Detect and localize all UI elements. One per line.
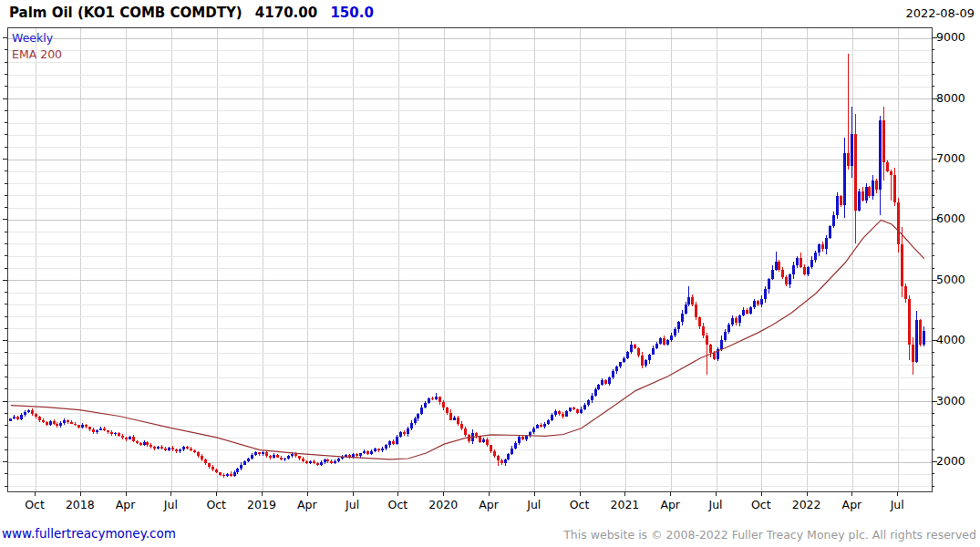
axis-tick — [932, 74, 934, 75]
axis-tick — [5, 74, 7, 75]
site-link[interactable]: www.fullertreacymoney.com — [2, 526, 176, 541]
axis-tick — [932, 98, 937, 99]
axis-tick — [932, 62, 934, 63]
axis-tick — [534, 491, 535, 496]
candlestick-chart[interactable] — [8, 28, 932, 491]
axis-tick — [932, 473, 934, 474]
axis-tick — [932, 352, 934, 353]
axis-tick — [5, 425, 7, 426]
axis-tick — [5, 170, 7, 171]
axis-tick — [932, 280, 937, 281]
axis-tick — [353, 491, 354, 496]
axis-tick — [397, 491, 398, 496]
x-axis-label: 2022 — [784, 498, 830, 511]
axis-tick — [3, 219, 7, 220]
axis-tick — [932, 37, 937, 38]
axis-tick — [932, 449, 934, 450]
axis-tick — [3, 159, 7, 160]
axis-tick — [932, 243, 934, 244]
axis-tick — [443, 491, 444, 496]
y-axis-label: 3000 — [936, 394, 965, 408]
axis-tick — [126, 491, 127, 496]
axis-tick — [5, 207, 7, 208]
x-axis-label: Apr — [284, 498, 330, 511]
axis-tick — [932, 437, 934, 438]
x-axis-label: Oct — [375, 498, 420, 511]
axis-tick — [35, 491, 36, 496]
axis-tick — [3, 280, 7, 281]
x-axis-label: Jul — [874, 498, 920, 511]
axis-tick — [5, 122, 7, 123]
axis-tick — [580, 491, 581, 496]
axis-tick — [932, 328, 934, 329]
x-axis-label: 2020 — [420, 498, 466, 511]
axis-tick — [932, 232, 934, 232]
axis-tick — [932, 377, 934, 377]
x-axis-label: Jul — [330, 498, 376, 511]
axis-tick — [932, 207, 934, 208]
axis-tick — [5, 292, 7, 293]
x-axis-label: Jul — [148, 498, 193, 511]
axis-tick — [5, 49, 7, 50]
title-bar: Palm Oil (KO1 COMB COMDTY) 4170.00 150.0 — [9, 5, 374, 21]
chart-date: 2022-08-09 — [905, 6, 975, 20]
x-axis-label: Apr — [103, 498, 149, 511]
axis-tick — [5, 413, 7, 414]
axis-tick — [80, 491, 81, 496]
axis-tick — [932, 195, 934, 196]
axis-tick — [851, 491, 852, 496]
axis-tick — [670, 491, 671, 496]
axis-tick — [932, 268, 934, 269]
chart-plot-area: Weekly EMA 200 — [7, 27, 933, 492]
axis-tick — [5, 255, 7, 256]
axis-tick — [932, 292, 934, 293]
axis-tick — [932, 461, 937, 462]
axis-tick — [3, 340, 7, 341]
axis-tick — [5, 110, 7, 111]
axis-tick — [932, 134, 934, 135]
x-axis-label: 2019 — [239, 498, 284, 511]
axis-tick — [3, 98, 7, 99]
axis-tick — [932, 316, 934, 317]
axis-tick — [932, 147, 934, 148]
axis-tick — [3, 37, 7, 38]
x-axis-label: Oct — [193, 498, 239, 511]
axis-tick — [932, 110, 934, 111]
axis-tick — [932, 340, 937, 341]
x-axis-label: Apr — [466, 498, 511, 511]
y-axis-label: 2000 — [936, 454, 965, 468]
axis-tick — [932, 49, 934, 50]
y-axis-label: 7000 — [936, 151, 965, 165]
axis-tick — [5, 195, 7, 196]
axis-tick — [932, 425, 934, 426]
axis-tick — [807, 491, 808, 496]
axis-tick — [5, 388, 7, 389]
copyright-text: This website is © 2008-2022 Fuller Treac… — [563, 528, 976, 542]
axis-tick — [3, 461, 7, 462]
axis-tick — [5, 183, 7, 184]
y-axis-label: 5000 — [936, 273, 965, 286]
last-price: 4170.00 — [255, 5, 317, 21]
axis-tick — [932, 304, 934, 304]
axis-tick — [5, 243, 7, 244]
axis-tick — [5, 328, 7, 329]
axis-tick — [624, 491, 625, 496]
axis-tick — [932, 388, 934, 389]
axis-tick — [932, 122, 934, 123]
axis-tick — [5, 486, 7, 487]
axis-tick — [5, 473, 7, 474]
y-axis-label: 4000 — [936, 333, 965, 346]
x-axis-label: 2018 — [57, 498, 103, 511]
axis-tick — [932, 170, 934, 171]
axis-tick — [5, 147, 7, 148]
axis-tick — [5, 352, 7, 353]
axis-tick — [5, 268, 7, 269]
axis-tick — [932, 86, 934, 87]
x-axis-label: Apr — [647, 498, 693, 511]
x-axis-label: Jul — [693, 498, 738, 511]
axis-tick — [932, 486, 934, 487]
axis-tick — [716, 491, 717, 496]
axis-tick — [5, 365, 7, 366]
axis-tick — [5, 62, 7, 63]
axis-tick — [3, 401, 7, 402]
